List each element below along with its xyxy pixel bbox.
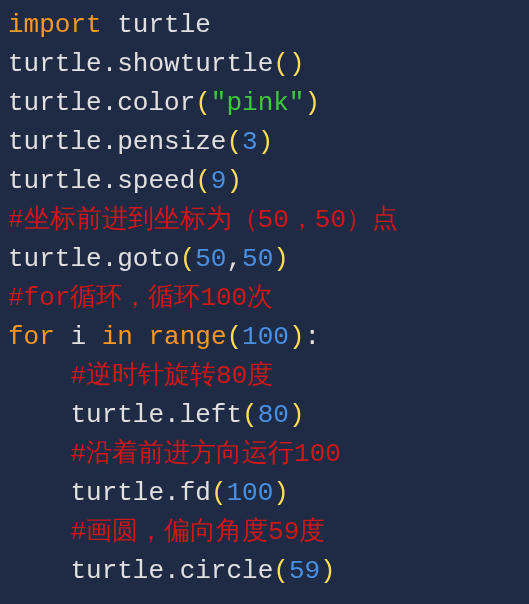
keyword-import: import <box>8 10 102 40</box>
code-token: ) <box>320 556 336 586</box>
code-token: . <box>164 400 180 430</box>
code-token: ) <box>273 244 289 274</box>
code-token: ) <box>289 400 305 430</box>
code-token: ) <box>258 127 274 157</box>
comment-line: #for循环，循环100次 <box>8 283 273 313</box>
comment-line: #沿着前进方向运行100 <box>70 439 340 469</box>
code-token: ( <box>273 49 289 79</box>
code-token: goto <box>117 244 179 274</box>
comment-line: #逆时针旋转80度 <box>70 361 273 391</box>
code-token: 100 <box>242 322 289 352</box>
code-token: 3 <box>242 127 258 157</box>
code-token: pensize <box>117 127 226 157</box>
code-token: ( <box>211 478 227 508</box>
code-token: 50 <box>242 244 273 274</box>
code-token: ) <box>273 478 289 508</box>
code-token: ( <box>273 556 289 586</box>
code-token: : <box>305 322 321 352</box>
code-token: ( <box>226 322 242 352</box>
code-token: showturtle <box>117 49 273 79</box>
code-token: turtle <box>70 556 164 586</box>
code-token: turtle <box>70 400 164 430</box>
code-token: turtle <box>8 127 102 157</box>
code-token: 80 <box>258 400 289 430</box>
code-token: ( <box>195 88 211 118</box>
code-token: . <box>102 244 118 274</box>
code-token: turtle <box>8 244 102 274</box>
code-token: ) <box>226 166 242 196</box>
code-token: ( <box>226 127 242 157</box>
module-name: turtle <box>117 10 211 40</box>
code-token: 100 <box>226 478 273 508</box>
code-token: turtle <box>70 478 164 508</box>
code-token: ) <box>304 88 320 118</box>
code-token: 50 <box>195 244 226 274</box>
code-token: i <box>70 322 86 352</box>
code-token: turtle <box>8 88 102 118</box>
code-token: circle <box>180 556 274 586</box>
code-token: ( <box>195 166 211 196</box>
code-token: fd <box>180 478 211 508</box>
keyword-for: for <box>8 322 55 352</box>
code-token: . <box>102 166 118 196</box>
code-token: 59 <box>289 556 320 586</box>
code-token: turtle <box>8 166 102 196</box>
code-token: ( <box>242 400 258 430</box>
code-token: color <box>117 88 195 118</box>
code-token: 9 <box>211 166 227 196</box>
code-token: ) <box>289 322 305 352</box>
code-token: . <box>102 49 118 79</box>
code-token: ) <box>289 49 305 79</box>
comment-line: #坐标前进到坐标为（50，50）点 <box>8 205 398 235</box>
code-token: . <box>164 478 180 508</box>
code-token: "pink" <box>211 88 305 118</box>
code-token: ( <box>180 244 196 274</box>
code-token: . <box>102 88 118 118</box>
code-token: turtle <box>8 49 102 79</box>
code-token: . <box>102 127 118 157</box>
comment-line: #画圆，偏向角度59度 <box>70 517 325 547</box>
code-token: speed <box>117 166 195 196</box>
code-token: left <box>180 400 242 430</box>
code-token: . <box>164 556 180 586</box>
code-token: , <box>226 244 242 274</box>
builtin-range: range <box>148 322 226 352</box>
keyword-in: in <box>102 322 133 352</box>
